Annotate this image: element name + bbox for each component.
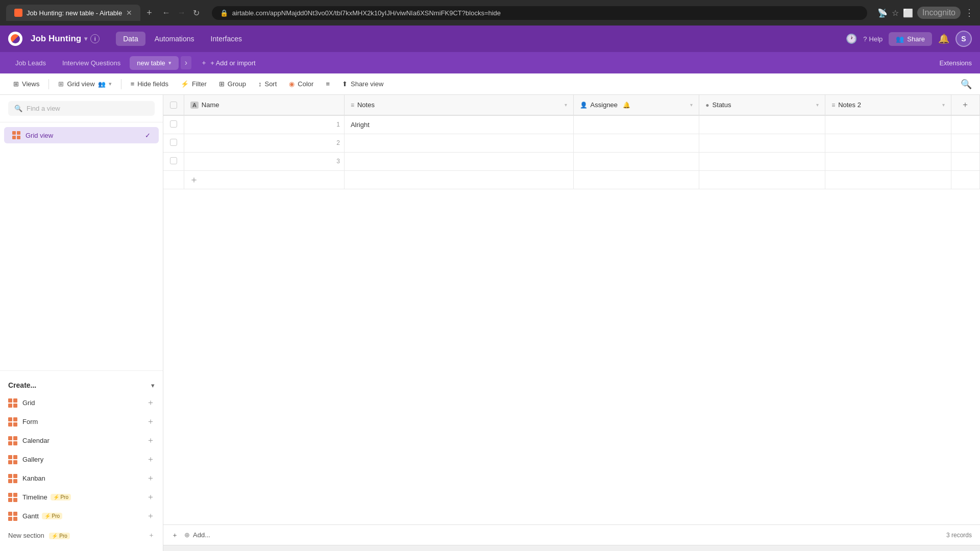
new-section-plus[interactable]: ＋ [148,531,155,540]
avatar[interactable]: S [955,31,972,47]
row-3-checkbox-cell[interactable] [163,152,184,170]
select-all-checkbox[interactable] [170,102,177,109]
row-3-assignee-cell[interactable] [699,152,825,170]
create-calendar-item[interactable]: Calendar ＋ [0,431,163,450]
sort-icon: ↕ [258,80,262,88]
row-2-notes-cell[interactable] [573,134,699,152]
filter-button[interactable]: ⚡ Filter [176,77,212,91]
more-icon[interactable]: ⋮ [965,7,974,18]
views-toggle[interactable]: ⊞ Views [8,77,44,91]
table-nav-more[interactable]: › [181,56,191,69]
select-all-header[interactable] [163,95,184,115]
row-3-name-cell[interactable] [344,152,573,170]
create-timeline-icon [8,493,17,502]
notification-icon[interactable]: 🔔 [938,33,949,44]
back-icon[interactable]: ← [160,6,173,19]
table-nav-add[interactable]: ＋ + Add or import [193,55,263,70]
row-1-status-cell[interactable] [825,115,951,134]
assignee-col-bell[interactable]: 🔔 [623,102,630,109]
grid-view-button[interactable]: ⊞ Grid view 👥 ▾ [53,77,116,91]
row-3-checkbox[interactable] [170,157,177,164]
row-1-assignee-cell[interactable] [699,115,825,134]
help-button[interactable]: ? Help [863,35,883,43]
row-3-notes2-cell[interactable] [951,152,979,170]
create-kanban-plus[interactable]: ＋ [146,473,155,484]
browser-actions: 📡 ☆ ⬜ Incognito ⋮ [877,7,974,19]
share-view-button[interactable]: ⬆ Share view [337,77,388,91]
create-header[interactable]: Create... ▾ [0,377,163,393]
status-col-dropdown[interactable]: ▾ [816,102,819,108]
table-tab-new-table-dropdown[interactable]: ▾ [168,60,172,66]
create-form-label: Form [22,418,141,425]
history-icon[interactable]: 🕐 [846,33,857,44]
row-2-notes2-cell[interactable] [951,134,979,152]
assignee-col-dropdown[interactable]: ▾ [690,102,693,108]
footer-add-dots[interactable]: ⊕ Add... [184,531,210,539]
app-info-icon[interactable]: i [90,34,100,43]
close-tab-icon[interactable]: ✕ [126,9,132,17]
bookmark-icon[interactable]: ☆ [892,8,899,18]
row-2-checkbox-cell[interactable] [163,134,184,152]
forward-icon[interactable]: → [176,6,188,19]
row-1-notes-cell[interactable] [573,115,699,134]
cast-icon[interactable]: 📡 [877,8,888,18]
row-3-notes-cell[interactable] [573,152,699,170]
footer-add-icon: ＋ [172,531,178,540]
new-section-item[interactable]: New section ⚡ Pro ＋ [0,525,163,545]
horizontal-scrollbar[interactable] [163,545,980,551]
row-2-name-cell[interactable] [344,134,573,152]
color-button[interactable]: ◉ Color [284,77,318,91]
search-icon[interactable]: 🔍 [961,79,972,90]
new-tab-button[interactable]: + [146,8,152,18]
group-button[interactable]: ⊞ Group [214,77,251,91]
row-1-checkbox[interactable] [170,120,177,128]
sort-button[interactable]: ↕ Sort [253,77,282,91]
add-row-button[interactable]: ＋ [184,170,344,189]
grid-view-dropdown[interactable]: ▾ [109,81,112,87]
nav-interfaces[interactable]: Interfaces [204,32,249,46]
create-grid-item[interactable]: Grid ＋ [0,393,163,412]
create-gantt-plus[interactable]: ＋ [146,511,155,521]
row-2-checkbox[interactable] [170,139,177,146]
name-column-header: A Name [184,95,344,115]
hide-fields-button[interactable]: ≡ Hide fields [126,77,174,91]
notes2-col-dropdown[interactable]: ▾ [942,102,945,108]
create-gantt-item[interactable]: Gantt ⚡ Pro ＋ [0,507,163,525]
create-form-item[interactable]: Form ＋ [0,412,163,431]
address-bar[interactable]: 🔒 airtable.com/appNMajdd0Nt3vo0X/tbl7kxM… [212,6,867,20]
share-button[interactable]: 👥 Share [889,32,932,46]
row-1-notes2-cell[interactable] [951,115,979,134]
table-tab-new-table[interactable]: new table ▾ [130,56,179,70]
create-form-plus[interactable]: ＋ [146,416,155,427]
create-timeline-plus[interactable]: ＋ [146,492,155,503]
table-tab-interview-questions[interactable]: Interview Questions [55,56,128,70]
footer-add-button[interactable]: ＋ [172,531,178,540]
notes-col-dropdown[interactable]: ▾ [565,102,567,108]
create-timeline-item[interactable]: Timeline ⚡ Pro ＋ [0,488,163,507]
create-kanban-item[interactable]: Kanban ＋ [0,469,163,488]
add-row-empty-4 [825,170,951,189]
create-gallery-plus[interactable]: ＋ [146,454,155,465]
add-column-header[interactable]: ＋ [951,95,979,115]
row-1-name-cell[interactable]: Alright [344,115,573,134]
create-grid-plus[interactable]: ＋ [146,397,155,408]
row-height-button[interactable]: ≡ [321,77,335,91]
create-gallery-item[interactable]: Gallery ＋ [0,450,163,469]
app-title-chevron[interactable]: ▾ [84,35,87,42]
create-calendar-plus[interactable]: ＋ [146,435,155,446]
browser-tab[interactable]: Job Hunting: new table - Airtable ✕ [6,5,140,21]
sidebar-item-grid-view[interactable]: Grid view ✓ [4,127,159,143]
grid-table[interactable]: A Name ≡ Notes ▾ [163,95,980,524]
row-3-status-cell[interactable] [825,152,951,170]
extensions-button[interactable]: Extensions [939,59,972,67]
nav-automations[interactable]: Automations [148,32,202,46]
nav-data[interactable]: Data [116,32,145,46]
find-view-input[interactable]: 🔍 Find a view [8,101,155,116]
sidebar-panel-icon[interactable]: ⬜ [903,8,913,18]
add-column-button[interactable]: ＋ [961,99,969,110]
row-1-checkbox-cell[interactable] [163,115,184,134]
reload-icon[interactable]: ↻ [191,6,202,20]
row-2-assignee-cell[interactable] [699,134,825,152]
table-tab-job-leads[interactable]: Job Leads [8,56,53,70]
row-2-status-cell[interactable] [825,134,951,152]
